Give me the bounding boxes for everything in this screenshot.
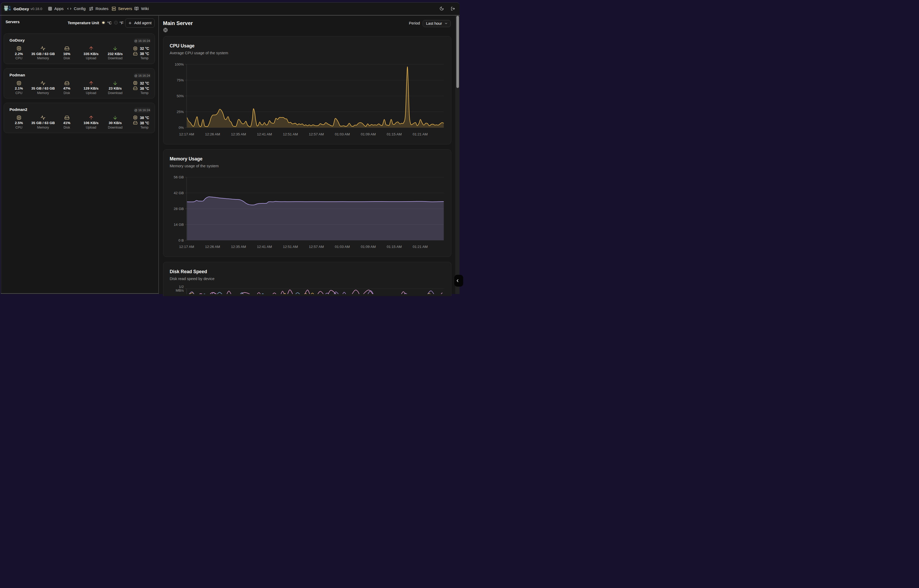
svg-text:01:15 AM: 01:15 AM — [386, 244, 402, 249]
svg-text:28 GB: 28 GB — [174, 207, 184, 210]
svg-text:12:41 AM: 12:41 AM — [257, 244, 272, 249]
svg-text:01:09 AM: 01:09 AM — [361, 244, 376, 249]
svg-text:MB/s: MB/s — [176, 289, 184, 292]
svg-text:12:17 AM: 12:17 AM — [179, 244, 194, 249]
svg-text:1/2: 1/2 — [179, 285, 184, 289]
svg-text:12:26 AM: 12:26 AM — [205, 244, 220, 249]
svg-text:12:51 AM: 12:51 AM — [283, 244, 298, 249]
svg-text:12:35 AM: 12:35 AM — [231, 244, 246, 249]
svg-text:01:03 AM: 01:03 AM — [334, 132, 350, 136]
svg-text:100%: 100% — [174, 63, 184, 66]
svg-text:01:03 AM: 01:03 AM — [334, 244, 350, 249]
svg-text:01:21 AM: 01:21 AM — [413, 244, 428, 249]
svg-text:01:15 AM: 01:15 AM — [386, 132, 402, 136]
svg-text:14 GB: 14 GB — [174, 222, 184, 226]
svg-text:42 GB: 42 GB — [174, 191, 184, 195]
svg-text:01:21 AM: 01:21 AM — [413, 132, 428, 136]
svg-text:01:09 AM: 01:09 AM — [361, 132, 376, 136]
svg-text:12:57 AM: 12:57 AM — [309, 244, 324, 249]
svg-text:75%: 75% — [176, 78, 184, 82]
svg-text:25%: 25% — [176, 110, 184, 114]
svg-text:12:35 AM: 12:35 AM — [231, 132, 246, 136]
svg-text:50%: 50% — [176, 94, 184, 98]
svg-text:0%: 0% — [178, 126, 184, 129]
svg-text:12:57 AM: 12:57 AM — [309, 132, 324, 136]
svg-text:12:41 AM: 12:41 AM — [257, 132, 272, 136]
svg-text:0 B: 0 B — [178, 238, 184, 242]
svg-text:12:17 AM: 12:17 AM — [179, 132, 194, 136]
svg-text:12:51 AM: 12:51 AM — [283, 132, 298, 136]
svg-text:12:26 AM: 12:26 AM — [205, 132, 220, 136]
svg-text:56 GB: 56 GB — [174, 175, 184, 179]
